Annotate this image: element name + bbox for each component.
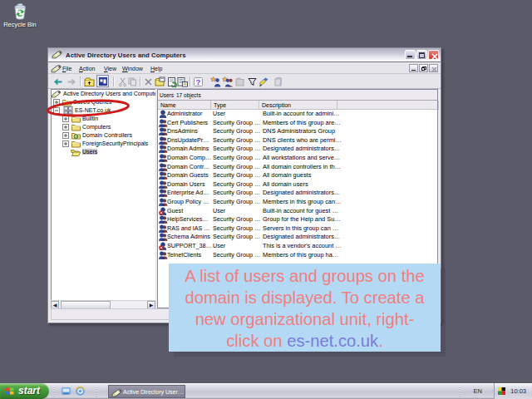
- svg-text:?: ?: [196, 77, 201, 86]
